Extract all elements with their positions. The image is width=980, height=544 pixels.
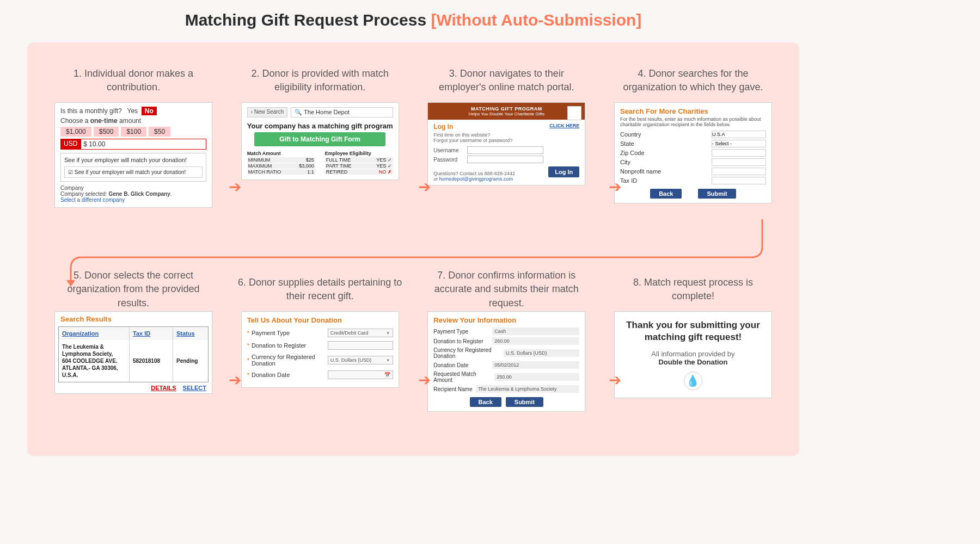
city-input[interactable]	[712, 158, 766, 166]
search-submit-button[interactable]: Submit	[698, 189, 736, 199]
contact-email-link[interactable]: homedepot@givingprograms.com	[439, 176, 513, 182]
arrow-icon: ➔	[418, 178, 431, 196]
employer-logo-icon	[567, 106, 581, 120]
flow-connector-icon	[60, 219, 773, 290]
card-employer-portal: MATCHING GIFT PROGRAM Helps You Double Y…	[427, 102, 585, 186]
amount-50[interactable]: $50	[149, 127, 170, 137]
col-status[interactable]: Status	[173, 327, 206, 340]
details-link[interactable]: DETAILS	[151, 385, 176, 391]
step-1-label: 1. Individual donor makes a contribution…	[49, 59, 218, 102]
arrow-icon: ➔	[229, 178, 241, 196]
employer-match-checkbox[interactable]: ☑ See if your employer will match your d…	[64, 166, 203, 178]
step-3-label: 3. Donor navigates to their employer's o…	[422, 59, 591, 102]
card-charity-search: Search For More Charities For the best r…	[614, 102, 772, 203]
taxid-input[interactable]	[712, 177, 766, 184]
process-canvas: 1. Individual donor makes a contribution…	[27, 42, 799, 456]
match-found-text: Your company has a matching gift program	[247, 122, 393, 130]
amount-1000[interactable]: $1,000	[60, 127, 91, 137]
monthly-yes[interactable]: Yes	[127, 107, 138, 115]
donation-amount-input[interactable]	[328, 341, 393, 350]
arrow-icon: ➔	[609, 371, 621, 389]
table-row: The Leukemia & Lymphoma Society, 604 COO…	[59, 340, 208, 382]
card-donation-form: Is this a monthly gift? Yes No Choose a …	[54, 102, 212, 208]
donation-date-input[interactable]: 📅	[328, 370, 393, 379]
new-search-button[interactable]: ‹ New Search	[247, 107, 288, 118]
amount-input[interactable]: $ 10.00	[81, 139, 206, 150]
card-donation-details: Tell Us About Your Donation *Payment Typ…	[241, 311, 399, 388]
click-here-link[interactable]: CLICK HERE	[549, 123, 579, 131]
country-input[interactable]	[712, 131, 766, 138]
change-company-link[interactable]: Select a different company	[60, 197, 125, 203]
card-complete: Thank you for submitting your matching g…	[614, 311, 772, 398]
password-input[interactable]	[467, 156, 543, 163]
goto-match-form-button[interactable]: Gift to Matching Gift Form	[254, 132, 385, 146]
nonprofit-input[interactable]	[712, 168, 766, 175]
card-review-info: Review Your Information Payment TypeCash…	[427, 311, 585, 412]
currency-badge: USD	[60, 139, 81, 150]
amount-500[interactable]: $500	[94, 127, 119, 137]
payment-type-select[interactable]: Credit/Debit Card▼	[328, 329, 393, 337]
select-link[interactable]: SELECT	[183, 385, 206, 391]
page-title: Matching Gift Request Process [Without A…	[0, 11, 826, 29]
arrow-icon: ➔	[418, 371, 431, 389]
double-donation-logo-icon: 💧	[684, 372, 702, 390]
login-button[interactable]: Log In	[548, 166, 579, 177]
username-input[interactable]	[467, 146, 543, 154]
thank-you-text: Thank you for submitting your matching g…	[622, 319, 764, 343]
arrow-icon: ➔	[609, 178, 621, 196]
state-select[interactable]	[712, 140, 766, 147]
amount-100[interactable]: $100	[121, 127, 146, 137]
step-2-label: 2. Donor is provided with match eligibil…	[236, 59, 405, 102]
calendar-icon: 📅	[384, 372, 390, 378]
step-4-label: 4. Donor searches for the organization t…	[609, 59, 777, 102]
card-search-results: Search Results Organization Tax ID Statu…	[54, 311, 212, 394]
employer-match-prompt: See if your employer will match your don…	[64, 157, 203, 163]
review-submit-button[interactable]: Submit	[506, 397, 543, 407]
zip-input[interactable]	[712, 149, 766, 157]
arrow-icon: ➔	[229, 371, 241, 389]
search-back-button[interactable]: Back	[650, 189, 682, 199]
monthly-no[interactable]: No	[142, 107, 157, 115]
review-back-button[interactable]: Back	[470, 397, 501, 407]
col-org[interactable]: Organization	[59, 327, 130, 340]
currency-select[interactable]: U.S. Dollars (USD)▼	[328, 356, 393, 364]
company-search-input[interactable]: 🔍 The Home Depot	[291, 107, 393, 118]
col-taxid[interactable]: Tax ID	[130, 327, 173, 340]
card-match-eligibility: ‹ New Search 🔍 The Home Depot Your compa…	[241, 102, 399, 180]
